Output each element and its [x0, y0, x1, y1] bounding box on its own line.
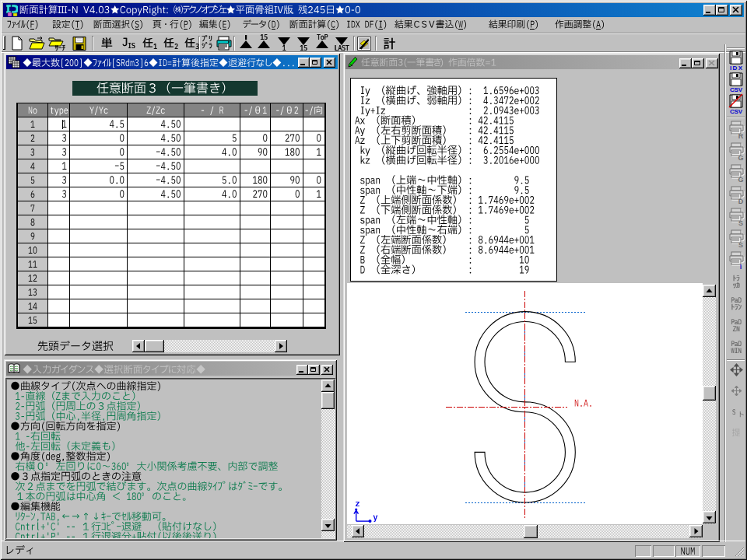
svg-text:I: I: [740, 263, 742, 269]
svg-text:CSV: CSV: [730, 86, 743, 93]
svg-text:D: D: [738, 198, 744, 204]
svg-text:G: G: [738, 154, 743, 160]
svg-text:R: R: [738, 132, 744, 138]
svg-text:IDX: IDX: [730, 65, 743, 71]
svg-text:G: G: [738, 176, 743, 182]
svg-text:S: S: [738, 219, 743, 226]
svg-text:S: S: [738, 241, 743, 247]
svg-text:CSV: CSV: [730, 108, 743, 114]
